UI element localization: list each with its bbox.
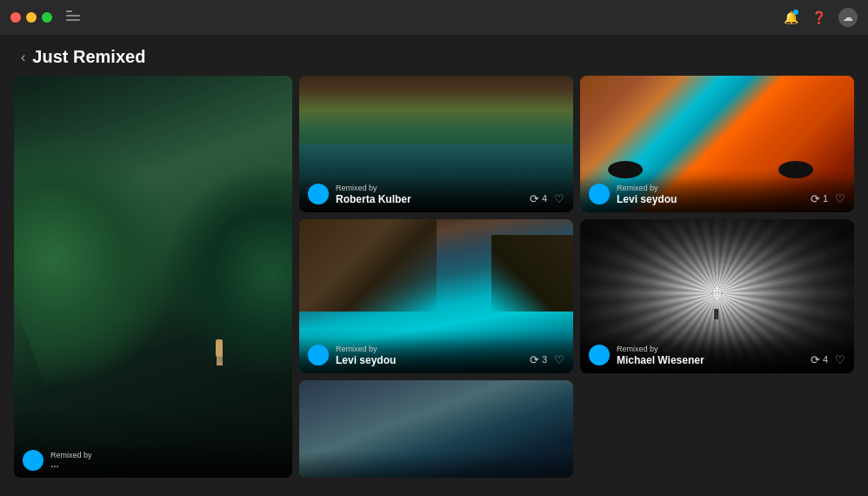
author-info-tunnel: Remixed by Michael Wiesener — [617, 345, 704, 366]
card-actions-rally: ⟳ 1 ♡ — [811, 192, 845, 205]
like-button-cliff[interactable]: ♡ — [554, 353, 564, 366]
card-author-rally: Remixed by Levi seydou — [589, 184, 677, 205]
close-button[interactable] — [10, 12, 21, 23]
card-river[interactable]: Remixed by Roberta Kulber ⟳ 4 ♡ — [299, 76, 573, 212]
page-header: ‹ Just Remixed — [0, 35, 868, 76]
avatar-river — [308, 184, 329, 204]
card-author-cliff: Remixed by Levi seydou — [308, 345, 396, 366]
card-bot-mid[interactable] — [299, 380, 573, 478]
avatar-forest — [23, 450, 43, 471]
cloud-icon[interactable]: ☁ — [838, 8, 858, 27]
card-footer-cliff: Remixed by Levi seydou ⟳ 3 ♡ — [299, 338, 573, 373]
remix-icon-rally: ⟳ — [811, 192, 820, 205]
remix-icon-tunnel: ⟳ — [811, 353, 820, 366]
heart-icon-tunnel: ♡ — [835, 353, 845, 366]
remix-icon-cliff: ⟳ — [530, 353, 539, 366]
remix-number-cliff: 3 — [542, 354, 547, 365]
minimize-button[interactable] — [26, 12, 37, 23]
remixed-by-label-tunnel: Remixed by — [617, 345, 704, 354]
card-actions-river: ⟳ 4 ♡ — [530, 192, 564, 205]
author-name-forest: … — [50, 459, 92, 470]
like-button-tunnel[interactable]: ♡ — [835, 353, 845, 366]
traffic-lights — [10, 12, 52, 23]
remixed-by-label-river: Remixed by — [336, 184, 411, 193]
svg-rect-2 — [66, 19, 80, 21]
heart-icon-cliff: ♡ — [554, 353, 564, 366]
card-author-forest: Remixed by … — [23, 450, 92, 471]
svg-rect-0 — [66, 10, 72, 12]
card-footer-rally: Remixed by Levi seydou ⟳ 1 ♡ — [580, 177, 854, 212]
content-grid: Remixed by … Remixed by Roberta Kulber ⟳… — [0, 76, 868, 492]
card-author-river: Remixed by Roberta Kulber — [308, 184, 411, 205]
author-info-river: Remixed by Roberta Kulber — [336, 184, 411, 205]
card-author-tunnel: Remixed by Michael Wiesener — [589, 345, 704, 366]
titlebar: 🔔 ❓ ☁ — [0, 0, 868, 35]
remix-number-river: 4 — [542, 193, 547, 204]
author-name-cliff: Levi seydou — [336, 354, 396, 366]
card-footer-river: Remixed by Roberta Kulber ⟳ 4 ♡ — [299, 177, 573, 212]
remix-count-cliff[interactable]: ⟳ 3 — [530, 353, 547, 366]
author-info-cliff: Remixed by Levi seydou — [336, 345, 396, 366]
remixed-by-label-rally: Remixed by — [617, 184, 677, 193]
heart-icon-rally: ♡ — [835, 192, 845, 205]
remix-count-tunnel[interactable]: ⟳ 4 — [811, 353, 828, 366]
avatar-cliff — [308, 345, 329, 365]
remix-count-rally[interactable]: ⟳ 1 — [811, 192, 828, 205]
card-footer-forest: Remixed by … — [14, 443, 292, 478]
card-footer-tunnel: Remixed by Michael Wiesener ⟳ 4 ♡ — [580, 338, 854, 373]
like-button-river[interactable]: ♡ — [554, 192, 564, 205]
remixed-by-label-cliff: Remixed by — [336, 345, 396, 354]
card-tunnel[interactable]: Remixed by Michael Wiesener ⟳ 4 ♡ — [580, 219, 854, 373]
card-actions-tunnel: ⟳ 4 ♡ — [811, 353, 845, 366]
author-name-rally: Levi seydou — [617, 193, 677, 205]
card-cliff[interactable]: Remixed by Levi seydou ⟳ 3 ♡ — [299, 219, 573, 373]
remix-icon-river: ⟳ — [530, 192, 539, 205]
help-icon[interactable]: ❓ — [811, 10, 826, 25]
remix-number-rally: 1 — [823, 193, 828, 204]
author-name-tunnel: Michael Wiesener — [617, 354, 704, 366]
notification-icon[interactable]: 🔔 — [783, 10, 798, 25]
back-button[interactable]: ‹ — [21, 50, 25, 65]
author-name-river: Roberta Kulber — [336, 193, 411, 205]
avatar-tunnel — [589, 345, 610, 365]
card-actions-cliff: ⟳ 3 ♡ — [530, 353, 564, 366]
remixed-by-label-forest: Remixed by — [50, 451, 92, 460]
titlebar-actions: 🔔 ❓ ☁ — [783, 8, 858, 27]
card-forest[interactable]: Remixed by … — [14, 76, 292, 478]
page-title: Just Remixed — [32, 47, 145, 67]
author-info-rally: Remixed by Levi seydou — [617, 184, 677, 205]
heart-icon-river: ♡ — [554, 192, 564, 205]
author-info-forest: Remixed by … — [50, 451, 92, 471]
remix-number-tunnel: 4 — [823, 354, 828, 365]
card-rally[interactable]: Remixed by Levi seydou ⟳ 1 ♡ — [580, 76, 854, 212]
like-button-rally[interactable]: ♡ — [835, 192, 845, 205]
maximize-button[interactable] — [42, 12, 52, 23]
svg-rect-1 — [66, 15, 80, 17]
remix-count-river[interactable]: ⟳ 4 — [530, 192, 547, 205]
avatar-rally — [589, 184, 610, 204]
sidebar-toggle-icon[interactable] — [66, 10, 80, 25]
